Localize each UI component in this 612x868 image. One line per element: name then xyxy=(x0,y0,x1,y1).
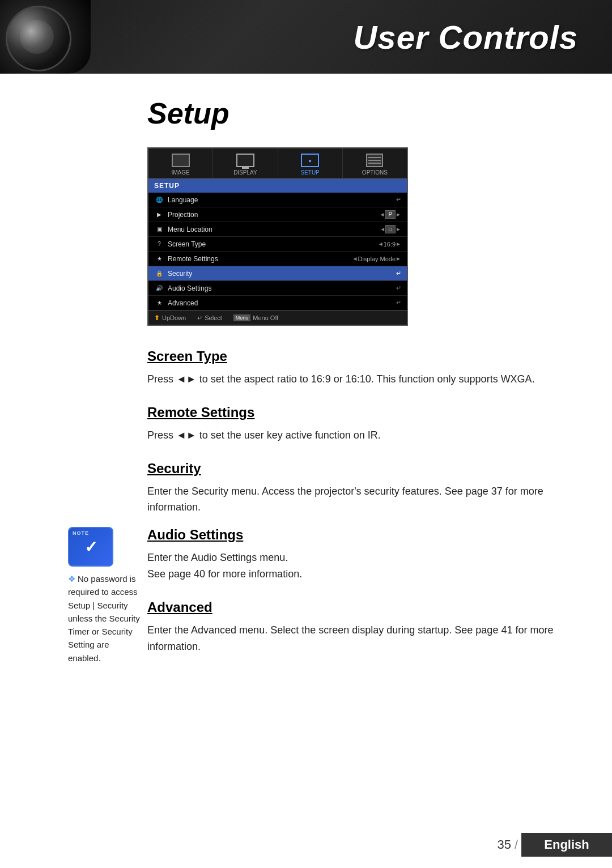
image-icon xyxy=(172,154,190,167)
main-content: Setup IMAGE DISPLAY xyxy=(0,74,612,705)
setup-icon xyxy=(301,154,319,167)
security-heading: Security xyxy=(147,461,578,476)
section-security: Security Enter the Security menu. Access… xyxy=(147,461,578,516)
section-screen-type: Screen Type Press ◄► to set the aspect r… xyxy=(147,348,578,388)
tab-setup-label: SETUP xyxy=(300,169,319,176)
menu-row-security: 🔒 Security ↵ xyxy=(148,266,407,281)
tab-image: IMAGE xyxy=(148,148,213,178)
section-remote-settings: Remote Settings Press ◄► to set the user… xyxy=(147,405,578,444)
tab-options: OPTIONS xyxy=(343,148,407,178)
tab-display: DISPLAY xyxy=(213,148,278,178)
menu-nav-bar: ⬆ UpDown ↵ Select Menu Menu Off xyxy=(148,310,407,325)
remote-settings-text: Press ◄► to set the user key active func… xyxy=(147,427,578,444)
projection-icon: ▶ xyxy=(154,211,164,219)
audio-settings-text: Enter the Audio Settings menu.See page 4… xyxy=(147,550,578,582)
menu-row-advanced: ★ Advanced ↵ xyxy=(148,296,407,310)
advanced-text: Enter the Advanced menu. Select the scre… xyxy=(147,622,578,655)
remote-settings-heading: Remote Settings xyxy=(147,405,578,420)
note-text: ❖No password is required to access Setup… xyxy=(68,572,142,665)
screen-type-icon: ? xyxy=(154,240,164,248)
options-icon xyxy=(366,154,383,167)
language-icon: 🌐 xyxy=(154,196,164,204)
screen-type-text: Press ◄► to set the aspect ratio to 16:9… xyxy=(147,371,578,388)
menu-location-icon: ▣ xyxy=(154,225,164,233)
advanced-icon: ★ xyxy=(154,299,164,307)
lens-decoration xyxy=(0,0,91,74)
tab-display-label: DISPLAY xyxy=(233,169,257,176)
advanced-heading: Advanced xyxy=(147,599,578,615)
tab-image-label: IMAGE xyxy=(172,169,190,176)
menu-row-menu-location: ▣ Menu Location ◄ □ ► xyxy=(148,222,407,237)
menu-row-projection: ▶ Projection ◄ P ► xyxy=(148,207,407,222)
enter-icon: ↵ xyxy=(197,314,202,322)
menu-row-audio-settings: 🔊 Audio Settings ↵ xyxy=(148,281,407,296)
menu-row-screen-type: ? Screen Type ◄ 16:9 ► xyxy=(148,237,407,252)
menu-setup-header: SETUP xyxy=(148,179,407,193)
security-icon: 🔒 xyxy=(154,270,164,278)
section-advanced: Advanced Enter the Advanced menu. Select… xyxy=(147,599,578,655)
page-number: 35 xyxy=(497,837,511,852)
menu-box: IMAGE DISPLAY SETUP xyxy=(147,147,408,326)
security-text: Enter the Security menu. Access the proj… xyxy=(147,483,578,516)
footer-language: English xyxy=(521,833,612,857)
remote-settings-icon: ★ xyxy=(154,255,164,263)
page-title: User Controls xyxy=(353,18,578,56)
note-badge-label: Note xyxy=(73,530,89,536)
menu-screenshot: IMAGE DISPLAY SETUP xyxy=(147,147,408,326)
audio-settings-icon: 🔊 xyxy=(154,284,164,292)
footer: 35 / English xyxy=(497,833,612,857)
note-box: Note ❖No password is required to access … xyxy=(68,527,142,665)
section-audio-settings: Audio Settings Enter the Audio Settings … xyxy=(147,527,578,582)
menu-row-remote-settings: ★ Remote Settings ◄ Display Mode ► xyxy=(148,252,407,266)
nav-select: ↵ Select xyxy=(197,314,222,322)
menu-tabs-row: IMAGE DISPLAY SETUP xyxy=(148,148,407,179)
audio-settings-heading: Audio Settings xyxy=(147,527,578,543)
screen-type-heading: Screen Type xyxy=(147,348,578,364)
menu-row-language: 🌐 Language ↵ xyxy=(148,193,407,207)
setup-title: Setup xyxy=(147,96,578,130)
tab-setup: SETUP xyxy=(278,148,343,178)
tab-options-label: OPTIONS xyxy=(362,169,388,176)
nav-updown: ⬆ UpDown xyxy=(154,314,186,322)
page-header: User Controls xyxy=(0,0,612,74)
note-badge: Note xyxy=(68,527,113,567)
display-icon xyxy=(236,154,254,167)
nav-menu-off: Menu Menu Off xyxy=(233,314,279,321)
updown-arrow-icon: ⬆ xyxy=(154,314,160,322)
